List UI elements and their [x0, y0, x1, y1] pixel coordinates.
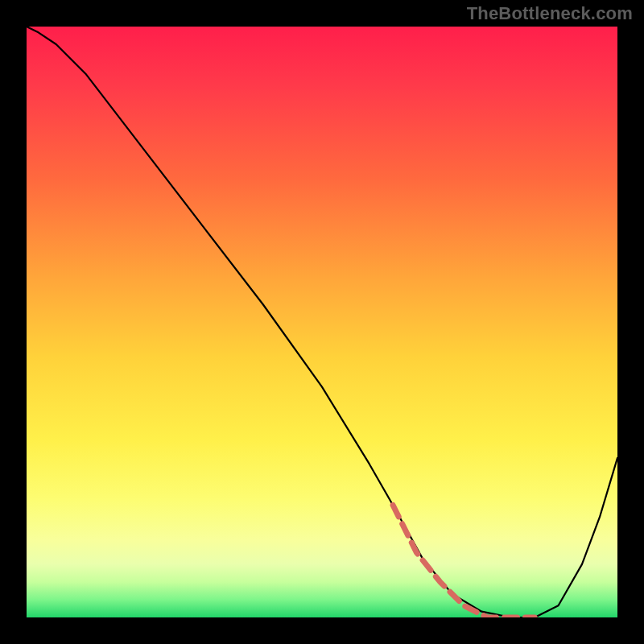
plot-area [27, 27, 617, 617]
curve-layer [27, 27, 617, 617]
watermark-text: TheBottleneck.com [467, 3, 633, 24]
bottleneck-curve [27, 27, 617, 617]
chart-frame: TheBottleneck.com [0, 0, 644, 644]
